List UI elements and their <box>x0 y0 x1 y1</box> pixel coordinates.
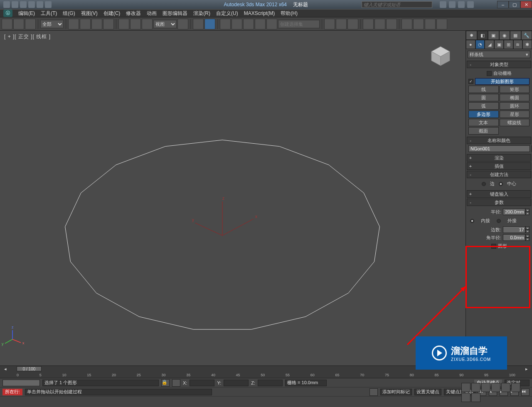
btn-circle[interactable]: 圆 <box>468 94 499 101</box>
menu-tools[interactable]: 工具(T) <box>41 10 57 17</box>
rollout-kbd-head[interactable]: +键盘输入 <box>467 190 531 198</box>
menu-modifiers[interactable]: 修改器 <box>126 10 141 17</box>
tab-modify[interactable]: ◧ <box>477 31 488 40</box>
radio-inscribed[interactable] <box>470 219 474 223</box>
corner-down-icon[interactable]: ▾ <box>525 238 530 241</box>
z-field[interactable] <box>258 380 283 386</box>
x-field[interactable] <box>190 380 214 386</box>
angle-snap-icon[interactable] <box>220 19 231 29</box>
layers-icon[interactable] <box>347 19 358 29</box>
script-listener[interactable] <box>2 380 40 386</box>
spinner-snap-icon[interactable] <box>243 19 254 29</box>
sub-systems[interactable]: ✱ <box>522 40 532 49</box>
menu-create[interactable]: 创建(C) <box>103 10 121 17</box>
qat-open-icon[interactable] <box>12 1 18 8</box>
addtime-button[interactable]: 添加时间标记 <box>380 389 412 395</box>
menu-edit[interactable]: 编辑(E) <box>18 10 35 17</box>
teapot-icon[interactable] <box>436 19 447 29</box>
btn-text[interactable]: 文本 <box>468 119 499 126</box>
zoom-ext-icon[interactable] <box>481 383 490 392</box>
btn-line[interactable]: 线 <box>468 86 499 93</box>
maximize-button[interactable]: ▢ <box>509 1 520 8</box>
radio-center[interactable] <box>499 182 503 186</box>
radio-circum[interactable] <box>497 219 501 223</box>
infocenter-search[interactable] <box>362 1 432 8</box>
time-knob[interactable]: 0 / 100 <box>17 366 42 371</box>
viewport[interactable]: [ + ][ 正交 ][ 线框 ] z y x z x y <box>0 31 466 365</box>
object-name-input[interactable] <box>468 145 530 152</box>
sides-up-icon[interactable]: ▴ <box>525 226 530 230</box>
corner-input[interactable] <box>503 234 525 241</box>
orbit-icon[interactable] <box>511 383 520 392</box>
corner-up-icon[interactable]: ▴ <box>525 234 530 238</box>
ref-coord-dropdown[interactable]: 视图 <box>153 20 177 28</box>
unlink-icon[interactable] <box>13 19 24 29</box>
render-setup-icon[interactable] <box>401 19 412 29</box>
move-icon[interactable] <box>118 19 129 29</box>
scale-icon[interactable] <box>142 19 153 29</box>
window-crossing-icon[interactable] <box>103 19 114 29</box>
time-prev-icon[interactable]: ◂ <box>4 366 7 372</box>
align-icon[interactable] <box>336 19 347 29</box>
btn-rectangle[interactable]: 矩形 <box>500 86 530 93</box>
sub-spacewarps[interactable]: ≋ <box>513 40 523 49</box>
material-editor-icon[interactable] <box>386 19 397 29</box>
render-icon[interactable] <box>425 19 436 29</box>
select-region-icon[interactable] <box>91 19 102 29</box>
viewport-canvas[interactable]: z y x z x y <box>0 31 466 365</box>
menu-group[interactable]: 组(G) <box>63 10 75 17</box>
bind-spacewarp-icon[interactable] <box>25 19 36 29</box>
pivot-icon[interactable] <box>177 19 188 29</box>
named-selset-icon[interactable] <box>266 19 277 29</box>
qat-redo-icon[interactable] <box>37 1 43 8</box>
y-field[interactable] <box>224 380 249 386</box>
sub-helpers[interactable]: ⊞ <box>504 40 513 49</box>
maximize-vp-icon[interactable] <box>461 393 470 402</box>
menu-customize[interactable]: 自定义(U) <box>216 10 238 17</box>
app-menu-icon[interactable]: ⦿ <box>3 10 12 17</box>
tag-icon[interactable] <box>369 388 378 396</box>
menu-grapheditors[interactable]: 图形编辑器 <box>163 10 187 17</box>
setkey-button[interactable]: 设置关键点 <box>414 389 441 395</box>
qat-save-icon[interactable] <box>20 1 27 8</box>
qat-more-icon[interactable] <box>45 1 52 8</box>
sub-cameras[interactable]: ▣ <box>494 40 504 49</box>
sub-lights[interactable]: ◢ <box>485 40 494 49</box>
radio-edge[interactable] <box>482 182 486 186</box>
menu-maxscript[interactable]: MAXScript(M) <box>244 10 275 16</box>
autogrid-checkbox[interactable] <box>487 71 492 76</box>
ic-search-icon[interactable] <box>440 1 446 8</box>
minimize-button[interactable]: – <box>497 1 509 8</box>
zoom-icon[interactable] <box>461 383 470 392</box>
btn-star[interactable]: 星形 <box>500 110 530 118</box>
qat-undo-icon[interactable] <box>28 1 35 8</box>
close-button[interactable]: ✕ <box>520 1 532 8</box>
sub-geometry[interactable]: ● <box>466 40 475 49</box>
time-next-icon[interactable]: ▸ <box>525 366 528 372</box>
link-icon[interactable] <box>2 19 12 29</box>
tab-display[interactable]: ▦ <box>510 31 521 40</box>
menu-rendering[interactable]: 渲染(R) <box>193 10 210 17</box>
btn-donut[interactable]: 圆环 <box>500 102 530 110</box>
snap-toggle-icon[interactable] <box>204 19 215 29</box>
select-icon[interactable] <box>68 19 79 29</box>
newshape-button[interactable]: 开始新图形 <box>475 78 530 85</box>
radius-up-icon[interactable]: ▴ <box>525 208 530 212</box>
named-selset-input[interactable] <box>278 20 320 28</box>
menu-views[interactable]: 视图(V) <box>81 10 98 17</box>
btn-helix[interactable]: 螺旋线 <box>500 119 530 126</box>
rollout-objtype-head[interactable]: -对象类型 <box>467 61 531 68</box>
circular-checkbox[interactable] <box>491 244 496 249</box>
radius-down-icon[interactable]: ▾ <box>525 212 530 215</box>
sides-input[interactable] <box>503 226 525 233</box>
iso-icon[interactable] <box>172 379 180 387</box>
newshape-checkbox[interactable] <box>468 79 473 84</box>
btn-ngon[interactable]: 多边形 <box>468 110 499 118</box>
minmax-icon[interactable] <box>471 393 480 402</box>
tab-hierarchy[interactable]: ▣ <box>488 31 499 40</box>
rendered-frame-icon[interactable] <box>413 19 424 29</box>
zoom-all-icon[interactable] <box>471 383 480 392</box>
rollout-params-head[interactable]: -参数 <box>467 199 531 206</box>
percent-snap-icon[interactable] <box>232 19 242 29</box>
pan-icon[interactable] <box>501 383 510 392</box>
